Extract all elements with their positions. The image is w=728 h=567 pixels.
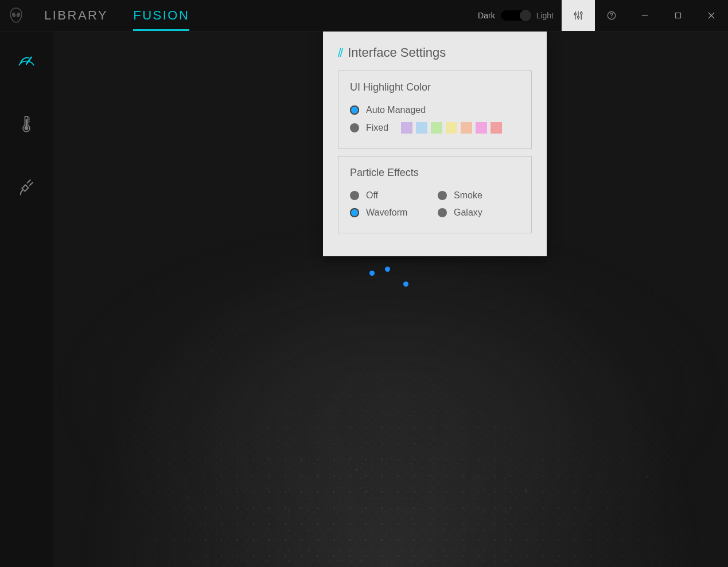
maximize-icon — [675, 12, 682, 19]
minimize-button[interactable] — [628, 0, 661, 32]
window-controls — [628, 0, 728, 31]
highlight-color-card: UI Highlight Color Auto Managed Fixed — [338, 71, 532, 149]
interface-settings-panel: // Interface Settings UI Highlight Color… — [323, 32, 547, 256]
loading-dot — [369, 271, 375, 276]
color-swatch[interactable] — [476, 122, 487, 134]
particle-option-waveform[interactable]: Waveform — [350, 204, 432, 221]
theme-light-label: Light — [536, 11, 554, 20]
sidebar-item-thermal[interactable] — [15, 112, 38, 135]
topbar: LIBRARY FUSION Dark Light — [0, 0, 728, 32]
title-decoration: // — [338, 46, 342, 60]
option-label: Fixed — [366, 123, 388, 133]
app-logo — [0, 0, 32, 31]
color-swatch[interactable] — [431, 122, 442, 134]
panel-title: Interface Settings — [348, 45, 446, 60]
speedometer-icon — [17, 50, 36, 70]
minimize-icon — [641, 12, 648, 19]
main-area: // Interface Settings UI Highlight Color… — [53, 32, 728, 567]
highlight-heading: UI Highlight Color — [350, 81, 520, 93]
option-label: Off — [366, 190, 378, 201]
highlight-option-fixed[interactable]: Fixed — [350, 119, 520, 137]
main-tabs: LIBRARY FUSION — [32, 0, 202, 31]
svg-point-7 — [581, 13, 582, 14]
option-label: Smoke — [454, 190, 482, 201]
color-swatch[interactable] — [461, 122, 472, 134]
particle-effects-card: Particle Effects Off Smoke Waveform Gala… — [338, 156, 532, 233]
particle-background — [53, 219, 728, 567]
radio-icon — [350, 208, 359, 217]
tab-library[interactable]: LIBRARY — [32, 0, 120, 31]
highlight-option-auto[interactable]: Auto Managed — [350, 101, 520, 119]
svg-point-0 — [11, 12, 15, 18]
help-icon — [606, 10, 617, 21]
svg-line-21 — [30, 182, 33, 185]
color-swatches — [401, 122, 502, 134]
theme-toggle-knob — [520, 10, 531, 21]
svg-point-9 — [611, 17, 612, 18]
radio-icon — [350, 123, 359, 132]
maximize-button[interactable] — [661, 0, 695, 32]
loading-dot — [403, 281, 408, 287]
alien-logo-icon — [9, 7, 23, 24]
svg-point-3 — [574, 13, 576, 15]
tab-fusion[interactable]: FUSION — [120, 0, 202, 31]
svg-point-5 — [577, 16, 579, 18]
particle-option-smoke[interactable]: Smoke — [438, 187, 520, 204]
svg-point-1 — [15, 12, 20, 18]
sidebar-item-performance[interactable] — [15, 49, 38, 72]
particle-option-off[interactable]: Off — [350, 187, 432, 204]
settings-button[interactable] — [562, 0, 595, 31]
sidebar — [0, 32, 53, 567]
color-swatch[interactable] — [416, 122, 427, 134]
theme-switch[interactable]: Dark Light — [470, 0, 562, 31]
color-swatch[interactable] — [446, 122, 457, 134]
sliders-icon — [573, 10, 583, 21]
radio-icon — [438, 208, 447, 217]
svg-rect-11 — [676, 13, 681, 18]
loading-dot — [385, 267, 390, 272]
color-swatch[interactable] — [490, 122, 502, 134]
color-swatch[interactable] — [401, 122, 412, 134]
radio-icon — [350, 105, 359, 115]
particle-option-galaxy[interactable]: Galaxy — [438, 204, 520, 221]
thermometer-icon — [17, 114, 36, 133]
radio-icon — [350, 191, 359, 200]
sidebar-item-power[interactable] — [15, 175, 38, 198]
svg-line-20 — [28, 180, 30, 183]
option-label: Galaxy — [454, 208, 482, 218]
close-icon — [708, 12, 715, 19]
option-label: Waveform — [366, 208, 407, 218]
power-plug-icon — [17, 177, 36, 196]
help-button[interactable] — [595, 0, 628, 31]
close-button[interactable] — [695, 0, 728, 32]
option-label: Auto Managed — [366, 105, 426, 115]
particle-heading: Particle Effects — [350, 167, 520, 179]
theme-dark-label: Dark — [478, 11, 495, 20]
radio-icon — [438, 191, 447, 200]
theme-toggle-track[interactable] — [501, 10, 531, 21]
